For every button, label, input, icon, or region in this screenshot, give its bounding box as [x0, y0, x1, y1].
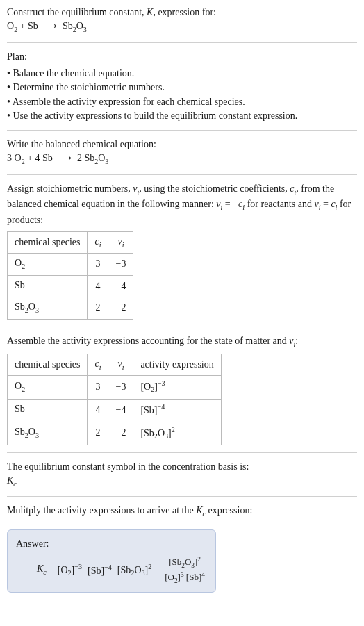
table-row: O2 3 −3	[8, 254, 133, 275]
table-row: Sb 4 −4 [Sb]−4	[8, 399, 222, 422]
table-row: Sb2O3 2 2	[8, 297, 133, 319]
plus: +	[25, 153, 35, 163]
equals: =	[154, 563, 160, 577]
activity-table: chemical species ci νi activity expressi…	[7, 354, 222, 445]
table-row: Sb 4 −4	[8, 275, 133, 297]
col-species: chemical species	[8, 354, 88, 376]
cell-activity: [Sb]−4	[133, 399, 221, 422]
plan-item: Balance the chemical equation.	[7, 67, 357, 81]
cell-ci: 3	[88, 376, 108, 399]
cell-ci: 4	[88, 399, 108, 422]
K-symbol: K	[147, 7, 153, 17]
table-header-row: chemical species ci νi	[8, 232, 133, 254]
col-nu: νi	[108, 232, 133, 254]
cell-ci: 4	[88, 275, 108, 297]
plus: +	[17, 21, 28, 31]
species-Sb: Sb	[42, 153, 53, 163]
species-Sb2O3: Sb2O3	[84, 153, 108, 163]
table-row: Sb2O3 2 2 [Sb2O3]2	[8, 422, 222, 445]
balanced-equation: 3 O2 + 4 Sb ⟶ 2 Sb2O3	[7, 151, 357, 167]
Kc: Kc	[37, 562, 47, 577]
equals: =	[49, 563, 55, 577]
term-Sb: [Sb]−4	[88, 563, 112, 578]
question-line1: Construct the equilibrium constant, K, e…	[7, 6, 357, 19]
coef: 3	[7, 153, 15, 163]
unbalanced-equation: O2 + Sb ⟶ Sb2O3	[7, 19, 357, 35]
term-Sb2O3: [Sb2O3]2	[117, 562, 151, 579]
cell-ci: 2	[88, 422, 108, 445]
cell-nu: −3	[108, 254, 133, 275]
answer-equation: Kc = [O2]−3 [Sb]−4 [Sb2O3]2 = [Sb2O3]2 […	[16, 555, 207, 585]
species-O2: O2	[15, 153, 25, 163]
multiply-block: Mulitply the activity expressions to arr…	[7, 504, 357, 520]
cell-species: Sb2O3	[8, 422, 88, 445]
plan-item: Determine the stoichiometric numbers.	[7, 81, 357, 94]
cell-nu: 2	[108, 297, 133, 319]
balanced-block: Write the balanced chemical equation: 3 …	[7, 138, 357, 175]
fraction: [Sb2O3]2 [O2]3 [Sb]4	[163, 555, 207, 585]
answer-box: Answer: Kc = [O2]−3 [Sb]−4 [Sb2O3]2 = [S…	[7, 529, 216, 593]
plan-block: Plan: Balance the chemical equation. Det…	[7, 50, 357, 131]
cell-activity: [Sb2O3]2	[133, 422, 221, 445]
reaction-arrow-icon: ⟶	[40, 19, 60, 33]
balanced-heading: Write the balanced chemical equation:	[7, 138, 357, 151]
cell-nu: −4	[108, 399, 133, 422]
col-activity: activity expression	[133, 354, 221, 376]
fraction-denominator: [O2]3 [Sb]4	[163, 570, 207, 585]
q-text-a: Construct the equilibrium constant,	[7, 7, 147, 17]
term-O2: [O2]−3	[58, 562, 82, 579]
cell-species: O2	[8, 376, 88, 399]
plan-heading: Plan:	[7, 50, 357, 64]
cell-activity: [O2]−3	[133, 376, 221, 399]
col-species: chemical species	[8, 232, 88, 254]
species-Sb: Sb	[28, 21, 38, 31]
reaction-arrow-icon: ⟶	[55, 151, 74, 165]
cell-species: O2	[8, 254, 88, 275]
species-O2: O2	[7, 21, 17, 31]
plan-list: Balance the chemical equation. Determine…	[7, 67, 357, 123]
stoich-table: chemical species ci νi O2 3 −3 Sb 4 −4 S…	[7, 231, 133, 320]
answer-label: Answer:	[16, 537, 207, 551]
stoich-text: Assign stoichiometric numbers, νi, using…	[7, 182, 357, 227]
col-ci: ci	[88, 232, 108, 254]
k-symbol-block: The equilibrium constant symbol in the c…	[7, 460, 357, 497]
coef: 2	[77, 153, 85, 163]
coef: 4	[35, 153, 43, 163]
plan-item: Use the activity expressions to build th…	[7, 109, 357, 123]
col-ci: ci	[88, 354, 108, 376]
table-row: O2 3 −3 [O2]−3	[8, 376, 222, 399]
cell-ci: 2	[88, 297, 108, 319]
cell-species: Sb	[8, 399, 88, 422]
activity-block: Assemble the activity expressions accoun…	[7, 334, 357, 453]
col-nu: νi	[108, 354, 133, 376]
stoich-block: Assign stoichiometric numbers, νi, using…	[7, 182, 357, 327]
cell-species: Sb2O3	[8, 297, 88, 319]
activity-text: Assemble the activity expressions accoun…	[7, 334, 357, 349]
cell-species: Sb	[8, 275, 88, 297]
cell-nu: −3	[108, 376, 133, 399]
cell-ci: 3	[88, 254, 108, 275]
question-block: Construct the equilibrium constant, K, e…	[7, 6, 357, 43]
species-Sb2O3: Sb2O3	[63, 21, 87, 31]
k-symbol-text: The equilibrium constant symbol in the c…	[7, 460, 357, 474]
plan-item: Assemble the activity expression for eac…	[7, 95, 357, 109]
cell-nu: −4	[108, 275, 133, 297]
q-text-b: , expression for:	[153, 7, 216, 17]
fraction-numerator: [Sb2O3]2	[167, 555, 203, 570]
table-header-row: chemical species ci νi activity expressi…	[8, 354, 222, 376]
cell-nu: 2	[108, 422, 133, 445]
k-symbol: Kc	[7, 474, 357, 489]
